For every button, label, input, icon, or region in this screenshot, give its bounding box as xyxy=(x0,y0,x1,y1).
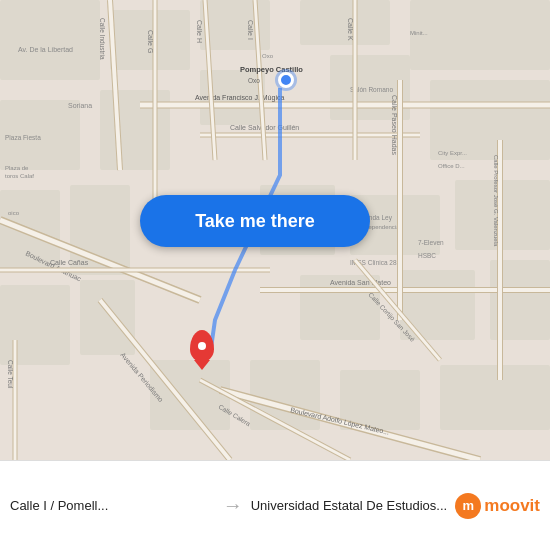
route-from: Calle I / Pomell... xyxy=(10,498,215,513)
moovit-icon: m xyxy=(455,493,481,519)
svg-text:Calle K: Calle K xyxy=(347,18,354,41)
svg-text:oico: oico xyxy=(8,210,20,216)
svg-text:HSBC: HSBC xyxy=(418,252,436,259)
svg-rect-1 xyxy=(0,0,100,80)
svg-text:Calle Teul: Calle Teul xyxy=(7,360,14,389)
svg-text:7-Eleven: 7-Eleven xyxy=(418,239,444,246)
svg-text:City Expr...: City Expr... xyxy=(438,150,467,156)
svg-text:Office D...: Office D... xyxy=(438,163,465,169)
svg-text:Pompeyo Castillo: Pompeyo Castillo xyxy=(240,65,303,74)
svg-text:Oxo: Oxo xyxy=(262,53,274,59)
svg-text:Calle Profesor José G. Valenzu: Calle Profesor José G. Valenzuela xyxy=(493,155,499,247)
svg-rect-24 xyxy=(440,365,550,430)
svg-text:Avenida Francisco J. Múgica: Avenida Francisco J. Múgica xyxy=(195,94,284,102)
svg-text:Av. De la Libertad: Av. De la Libertad xyxy=(18,46,73,53)
svg-text:Oxo: Oxo xyxy=(248,77,260,84)
svg-text:Plaza de: Plaza de xyxy=(5,165,29,171)
app-container: Av. De la Libertad Soriana Plaza Fiesta … xyxy=(0,0,550,550)
svg-text:Soriana: Soriana xyxy=(68,102,92,109)
origin-marker xyxy=(278,72,294,88)
bottom-bar: Calle I / Pomell... → Universidad Estata… xyxy=(0,460,550,550)
svg-text:Plaza Fiesta: Plaza Fiesta xyxy=(5,134,41,141)
pin-shape xyxy=(190,330,214,362)
svg-text:Avenida San Mateo: Avenida San Mateo xyxy=(330,279,391,286)
pin-inner xyxy=(198,342,206,350)
svg-text:Calle G: Calle G xyxy=(147,30,154,53)
svg-rect-14 xyxy=(80,280,135,355)
svg-text:toros Calaf: toros Calaf xyxy=(5,173,34,179)
route-to: Universidad Estatal De Estudios... xyxy=(251,498,456,513)
route-arrow: → xyxy=(223,494,243,517)
svg-text:Calle Paseo Hadas: Calle Paseo Hadas xyxy=(391,95,398,155)
svg-rect-22 xyxy=(250,360,320,430)
button-label: Take me there xyxy=(195,211,315,232)
svg-rect-10 xyxy=(430,80,550,160)
svg-text:Calle H: Calle H xyxy=(196,20,203,43)
svg-text:Calle Industria: Calle Industria xyxy=(99,18,106,60)
route-to-label: Universidad Estatal De Estudios... xyxy=(251,498,456,513)
svg-rect-13 xyxy=(0,285,70,365)
moovit-brand-text: moovit xyxy=(484,496,540,516)
svg-text:Minit...: Minit... xyxy=(410,30,428,36)
route-from-label: Calle I / Pomell... xyxy=(10,498,215,513)
map-area: Av. De la Libertad Soriana Plaza Fiesta … xyxy=(0,0,550,460)
take-me-there-button[interactable]: Take me there xyxy=(140,195,370,247)
destination-marker xyxy=(190,330,214,362)
svg-text:Calle I: Calle I xyxy=(247,20,254,40)
moovit-logo: m moovit xyxy=(455,493,540,519)
svg-rect-4 xyxy=(300,0,390,45)
svg-text:Calle Cañas: Calle Cañas xyxy=(50,259,89,266)
svg-rect-5 xyxy=(410,0,550,70)
